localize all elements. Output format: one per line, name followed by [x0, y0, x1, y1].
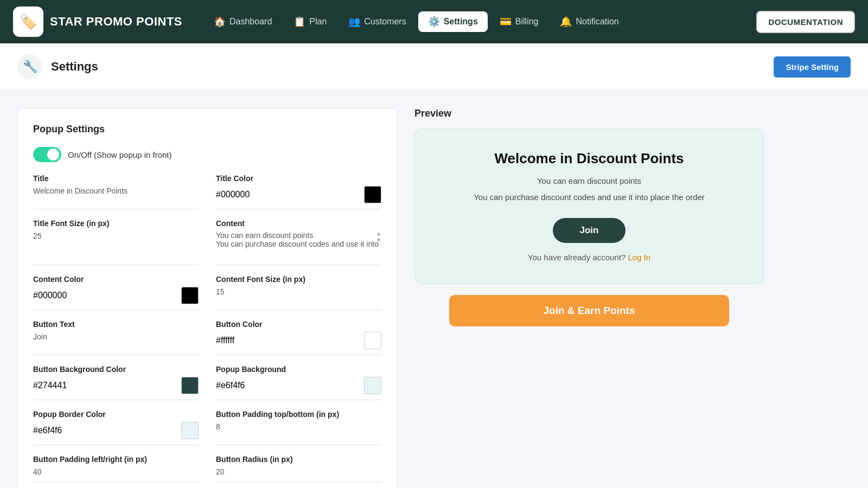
- join-earn-button[interactable]: Join & Earn Points: [449, 295, 729, 326]
- title-font-size-input[interactable]: [33, 232, 199, 240]
- content-field: Content You can earn discount points You…: [216, 219, 381, 265]
- brand-icon: 🏷️: [20, 14, 37, 30]
- brand-logo: 🏷️: [13, 7, 43, 37]
- preview-panel: Preview Welcome in Discount Points You c…: [414, 108, 764, 488]
- preview-login-row: You have already account? Log In: [432, 253, 746, 262]
- button-bg-swatch[interactable]: [181, 377, 199, 394]
- toggle-label: On/Off (Show popup in front): [68, 150, 172, 159]
- title-font-size-label: Title Font Size (in px): [33, 219, 199, 228]
- scroll-up-arrow[interactable]: ▲: [376, 231, 381, 236]
- content-textarea[interactable]: You can earn discount points You can pur…: [216, 231, 381, 257]
- toggle-track: [33, 147, 61, 162]
- popup-settings-title: Popup Settings: [33, 124, 381, 135]
- button-text-label: Button Text: [33, 320, 199, 329]
- title-field: Title: [33, 174, 199, 209]
- btn-padding-lr-input[interactable]: [33, 467, 199, 476]
- title-label: Title: [33, 174, 199, 183]
- dashboard-icon: 🏠: [214, 16, 226, 28]
- nav-label-plan: Plan: [309, 17, 327, 27]
- page-header: 🔧 Settings Stripe Setting: [0, 43, 868, 91]
- content-label: Content: [216, 219, 381, 228]
- content-color-value: #000000: [33, 291, 67, 300]
- nav-item-billing[interactable]: 💳 Billing: [490, 11, 548, 32]
- account-text: You have already account?: [528, 253, 626, 262]
- page-header-left: 🔧 Settings: [17, 54, 98, 79]
- nav-item-settings[interactable]: ⚙️ Settings: [418, 11, 488, 32]
- content-color-swatch[interactable]: [181, 287, 199, 304]
- nav-item-notification[interactable]: 🔔 Notification: [550, 11, 628, 32]
- title-input[interactable]: [33, 187, 199, 195]
- content-font-size-input[interactable]: [216, 287, 381, 296]
- btn-radius-field: Button Radius (in px): [216, 455, 381, 483]
- nav-label-settings: Settings: [444, 17, 478, 27]
- nav-item-dashboard[interactable]: 🏠 Dashboard: [204, 11, 282, 32]
- settings-page-icon: 🔧: [17, 54, 42, 79]
- nav-label-dashboard: Dashboard: [229, 17, 272, 27]
- button-bg-color-value: #274441: [33, 381, 67, 390]
- btn-padding-tb-input[interactable]: [216, 422, 381, 431]
- button-bg-color-row: #274441: [33, 377, 199, 394]
- wrench-icon: 🔧: [23, 60, 37, 74]
- title-color-field: Title Color #000000: [216, 174, 381, 209]
- brand-name: STAR PROMO POINTS: [50, 15, 182, 29]
- btn-radius-input[interactable]: [216, 467, 381, 476]
- nav-label-billing: Billing: [515, 17, 539, 27]
- button-bg-color-label: Button Background Color: [33, 365, 199, 374]
- button-text-field: Button Text: [33, 320, 199, 355]
- main-content: Popup Settings On/Off (Show popup in fro…: [0, 91, 781, 488]
- popup-toggle[interactable]: [33, 147, 61, 162]
- popup-bg-label: Popup Background: [216, 365, 381, 374]
- button-text-input[interactable]: [33, 332, 199, 341]
- preview-card: Welcome in Discount Points You can earn …: [414, 128, 764, 284]
- settings-panel: Popup Settings On/Off (Show popup in fro…: [17, 108, 397, 488]
- content-font-size-field: Content Font Size (in px): [216, 275, 381, 310]
- button-color-label: Button Color: [216, 320, 381, 329]
- popup-border-value: #e6f4f6: [33, 426, 62, 435]
- popup-border-field: Popup Border Color #e6f4f6: [33, 410, 199, 445]
- navbar: 🏷️ STAR PROMO POINTS 🏠 Dashboard 📋 Plan …: [0, 0, 868, 43]
- billing-icon: 💳: [500, 16, 512, 28]
- scroll-arrows: ▲ ▼: [376, 231, 381, 243]
- nav-label-customers: Customers: [364, 17, 406, 27]
- btn-radius-label: Button Radius (in px): [216, 455, 381, 464]
- button-bg-color-field: Button Background Color #274441: [33, 365, 199, 400]
- button-color-value: #ffffff: [216, 336, 234, 345]
- login-link[interactable]: Log In: [628, 253, 650, 262]
- nav-links: 🏠 Dashboard 📋 Plan 👥 Customers ⚙️ Settin…: [204, 11, 756, 32]
- nav-label-notification: Notification: [576, 17, 618, 27]
- popup-bg-row: #e6f4f6: [216, 377, 381, 394]
- btn-padding-lr-label: Button Padding left/right (in px): [33, 455, 199, 464]
- preview-title: Preview: [414, 108, 764, 119]
- popup-bg-field: Popup Background #e6f4f6: [216, 365, 381, 400]
- title-color-swatch[interactable]: [364, 186, 381, 203]
- scroll-down-arrow[interactable]: ▼: [376, 237, 381, 243]
- preview-card-title: Welcome in Discount Points: [432, 150, 746, 167]
- popup-border-swatch[interactable]: [181, 422, 199, 439]
- nav-item-customers[interactable]: 👥 Customers: [339, 11, 416, 32]
- title-font-size-field: Title Font Size (in px): [33, 219, 199, 265]
- content-scroll: You can earn discount points You can pur…: [216, 231, 381, 259]
- stripe-setting-button[interactable]: Stripe Setting: [774, 56, 851, 78]
- btn-padding-tb-label: Button Padding top/bottom (in px): [216, 410, 381, 419]
- plan-icon: 📋: [293, 16, 305, 28]
- btn-padding-lr-field: Button Padding left/right (in px): [33, 455, 199, 483]
- preview-join-button[interactable]: Join: [553, 218, 626, 243]
- popup-bg-swatch[interactable]: [364, 377, 381, 394]
- nav-item-plan[interactable]: 📋 Plan: [284, 11, 336, 32]
- documentation-button[interactable]: DOCUMENTATION: [756, 11, 855, 33]
- toggle-row: On/Off (Show popup in front): [33, 147, 381, 162]
- preview-card-line2: You can purchase discount codes and use …: [432, 191, 746, 204]
- button-color-row: #ffffff: [216, 332, 381, 349]
- title-color-value: #000000: [216, 190, 250, 200]
- popup-border-label: Popup Border Color: [33, 410, 199, 419]
- content-color-row: #000000: [33, 287, 199, 304]
- page-title: Settings: [51, 60, 98, 74]
- content-color-label: Content Color: [33, 275, 199, 284]
- customers-icon: 👥: [348, 16, 360, 28]
- notification-icon: 🔔: [560, 16, 572, 28]
- popup-border-row: #e6f4f6: [33, 422, 199, 439]
- toggle-thumb: [47, 149, 59, 160]
- button-color-swatch[interactable]: [364, 332, 381, 349]
- brand: 🏷️ STAR PROMO POINTS: [13, 7, 182, 37]
- popup-bg-value: #e6f4f6: [216, 381, 245, 390]
